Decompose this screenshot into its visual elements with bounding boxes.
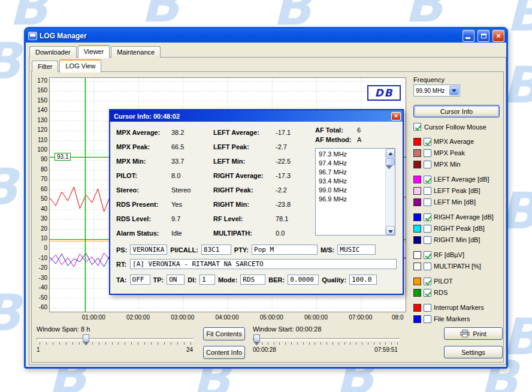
field-row: LEFT Min:-22.5	[213, 154, 315, 168]
af-list-item[interactable]: 93.4 MHz	[319, 177, 384, 186]
af-list-item[interactable]: 97.3 MHz	[319, 150, 384, 159]
series-checkbox[interactable]	[424, 138, 431, 146]
af-list-item[interactable]: 97.4 MHz	[319, 159, 384, 168]
field-value: 38.2	[171, 129, 184, 136]
text-field[interactable]: ON	[167, 275, 185, 285]
x-axis-tick-label: 04:00:00	[214, 314, 240, 321]
series-checkbox[interactable]	[424, 289, 431, 297]
close-button[interactable]: ×	[492, 30, 504, 42]
cursor-info-dialog: Cursor Info: 00:48:02 × MPX Average:38.2…	[109, 109, 404, 295]
dialog-titlebar[interactable]: Cursor Info: 00:48:02 ×	[110, 110, 403, 122]
legend-label: Interrupt Markers	[434, 304, 484, 311]
text-field[interactable]: 83C1	[201, 245, 231, 255]
frequency-select[interactable]: 99.90 MHz	[413, 85, 460, 97]
series-checkbox[interactable]	[424, 225, 431, 233]
series-checkbox[interactable]	[424, 161, 431, 168]
slider-tick	[321, 342, 321, 345]
tab-log-view[interactable]: LOG View	[59, 59, 101, 73]
slider-tick	[92, 342, 93, 345]
legend-row: LEFT Min [dB]	[413, 197, 503, 207]
series-color-swatch	[413, 161, 421, 168]
series-checkbox[interactable]	[424, 315, 431, 323]
y-axis-tick-label: 60	[41, 186, 47, 192]
series-checkbox[interactable]	[424, 251, 431, 259]
y-axis-tick-label: -20	[39, 264, 47, 271]
window-start-slider[interactable]	[253, 334, 400, 346]
fit-contents-button[interactable]: Fit Contents	[203, 327, 245, 340]
af-method-label: AF Method:	[315, 136, 357, 143]
text-field[interactable]: 0.0000	[288, 275, 319, 285]
text-field[interactable]: Pop M	[252, 245, 318, 255]
legend-label: RF [dBµV]	[434, 251, 464, 258]
af-list-item[interactable]: 96.9 MHz	[319, 195, 384, 204]
content-info-button[interactable]: Content Info	[203, 346, 245, 359]
dialog-close-button[interactable]: ×	[391, 112, 401, 120]
text-field[interactable]: 1	[200, 275, 215, 285]
series-checkbox[interactable]	[424, 213, 431, 221]
slider-tick	[177, 342, 178, 345]
cursor-info-button[interactable]: Cursor Info	[413, 105, 500, 117]
field-row: MULTIPATH:0.0	[213, 226, 315, 240]
text-field[interactable]: VERONIKA	[130, 245, 167, 255]
tab-viewer[interactable]: Viewer	[78, 45, 110, 58]
slider-track[interactable]	[253, 338, 400, 340]
series-checkbox[interactable]	[424, 263, 431, 270]
slider-tick	[344, 342, 345, 345]
minimize-button[interactable]	[463, 30, 474, 42]
text-field[interactable]: 100.0	[349, 275, 377, 285]
tab-filter[interactable]: Filter	[32, 61, 58, 72]
x-axis-labels: 01:00:0002:00:0003:00:0004:00:0005:00:00…	[49, 314, 407, 322]
series-checkbox[interactable]	[424, 187, 431, 195]
y-axis-tick-label: 140	[37, 107, 47, 113]
chevron-down-icon[interactable]	[449, 86, 459, 95]
af-list-item[interactable]: 96.7 MHz	[319, 168, 384, 177]
field-label: MPX Min:	[116, 158, 171, 165]
log-view-panel: 1701601501401301201101009080706050403020…	[31, 71, 504, 363]
y-axis-tick-label: -10	[39, 255, 47, 261]
field-row: MPX Min:33.7	[116, 154, 213, 168]
scroll-up-button[interactable]	[386, 149, 395, 158]
log-manager-window: LOG Manager × Downloader Viewer Maintena…	[24, 27, 508, 369]
rt-label: RT:	[116, 261, 126, 268]
af-scrollbar[interactable]	[385, 149, 395, 235]
af-listbox[interactable]: 97.3 MHz97.4 MHz96.7 MHz93.4 MHz99.0 MHz…	[315, 148, 395, 236]
slider-tick	[125, 342, 125, 345]
scroll-down-button[interactable]	[386, 226, 395, 235]
slider-thumb[interactable]	[83, 334, 89, 342]
series-color-swatch	[413, 304, 421, 312]
af-list-item[interactable]: 99.0 MHz	[319, 186, 384, 195]
rt-field[interactable]: [A] VERONIKA - RITAMAT NA SARCETO	[130, 259, 397, 269]
tab-downloader[interactable]: Downloader	[29, 46, 77, 58]
slider-track[interactable]	[37, 338, 194, 340]
text-field[interactable]: RDS	[240, 275, 265, 285]
window-title: LOG Manager	[40, 32, 460, 40]
legend-row: MPX Min	[413, 159, 503, 169]
series-checkbox[interactable]	[424, 176, 431, 183]
series-checkbox[interactable]	[424, 236, 431, 244]
legend-label: MPX Peak	[434, 149, 465, 156]
field-value: Yes	[171, 201, 182, 208]
series-checkbox[interactable]	[424, 198, 431, 206]
span-min-label: 1	[37, 346, 40, 353]
slider-tick	[138, 342, 138, 345]
series-color-swatch	[413, 278, 421, 285]
maximize-button[interactable]	[477, 30, 489, 42]
slider-tick	[66, 342, 66, 345]
series-checkbox[interactable]	[424, 304, 431, 312]
scrollbar-thumb[interactable]	[386, 158, 395, 165]
print-button[interactable]: Print	[444, 327, 503, 340]
series-checkbox[interactable]	[424, 149, 431, 157]
text-field[interactable]: OFF	[130, 275, 150, 285]
window-span-slider[interactable]	[37, 334, 194, 346]
series-checkbox[interactable]	[424, 278, 431, 285]
field-row: RDS Level:9.7	[116, 212, 213, 226]
settings-button[interactable]: Settings	[444, 346, 503, 358]
slider-thumb[interactable]	[253, 334, 260, 342]
field-label: PI/CALL:	[170, 246, 198, 254]
slider-tick	[356, 342, 356, 345]
text-field[interactable]: MUSIC	[337, 245, 376, 255]
titlebar[interactable]: LOG Manager ×	[26, 29, 506, 43]
cursor-follow-mouse-checkbox[interactable]	[413, 123, 421, 131]
slider-tick	[262, 342, 262, 345]
tab-maintenance[interactable]: Maintenance	[111, 46, 161, 58]
